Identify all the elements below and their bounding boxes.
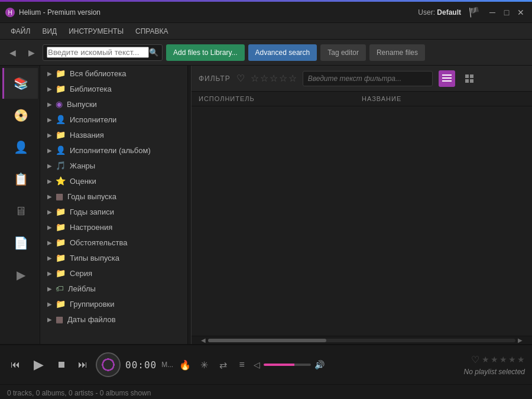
tree-item-label: Названия (70, 131, 104, 140)
filter-input[interactable] (303, 71, 433, 86)
horizontal-scrollbar[interactable]: ◀ ▶ (192, 336, 532, 344)
contacts-icon: 📋 (14, 172, 28, 186)
tag-editor-button[interactable]: Tag editor (320, 44, 366, 61)
vinyl-disc[interactable] (96, 352, 121, 377)
tree-arrow-icon: ▶ (47, 301, 52, 307)
scroll-left-arrow[interactable]: ◀ (199, 337, 208, 343)
tree-item[interactable]: ▶📁Группировки (40, 296, 187, 312)
tree-item-label: Лейблы (68, 284, 96, 293)
tree-folder-icon: 📁 (56, 253, 66, 262)
tree-item[interactable]: ▶👤Исполнители (40, 112, 187, 127)
tree-arrow-icon: ▶ (47, 270, 52, 277)
tree-item-label: Исполнители (альбом) (70, 146, 151, 155)
tree-arrow-icon: ▶ (47, 224, 52, 231)
menu-view[interactable]: ВИД (36, 25, 63, 38)
list-view-button[interactable] (439, 70, 455, 87)
star-3[interactable]: ☆ (270, 73, 278, 84)
tree-arrow-icon: ▶ (47, 147, 52, 154)
player-star-3[interactable]: ★ (499, 355, 507, 364)
sidebar-item-user[interactable]: 👤 (2, 132, 38, 163)
player-star-4[interactable]: ★ (508, 355, 516, 364)
tree-item[interactable]: ▶▦Годы выпуска (40, 189, 187, 204)
player-star-5[interactable]: ★ (517, 355, 525, 364)
sidebar-item-document[interactable]: 📄 (2, 228, 38, 258)
stop-button[interactable]: ⏹ (53, 356, 70, 373)
maximize-button[interactable]: □ (500, 6, 513, 19)
tree-item[interactable]: ▶🎵Жанры (40, 158, 187, 173)
menu-help[interactable]: СПРАВКА (129, 25, 174, 38)
app-icon: H (5, 7, 15, 18)
heart-icon[interactable]: ♡ (236, 73, 245, 84)
tree-item-label: Годы записи (70, 207, 114, 216)
play-button[interactable]: ▶ (28, 355, 48, 375)
star-2[interactable]: ☆ (260, 73, 268, 84)
minimize-button[interactable]: ─ (486, 6, 499, 19)
asterisk-icon[interactable]: ✳ (197, 358, 211, 372)
star-rating-filter[interactable]: ☆ ☆ ☆ ☆ ☆ (251, 73, 297, 84)
fire-icon[interactable]: 🔥 (178, 358, 192, 372)
svg-rect-8 (470, 79, 473, 83)
tree-item[interactable]: ▶📁Серия (40, 265, 187, 281)
tree-item[interactable]: ▶▦Даты файлов (40, 312, 187, 327)
scroll-track[interactable] (208, 339, 515, 342)
search-icon[interactable]: 🔍 (149, 48, 158, 57)
sidebar-item-monitor[interactable]: 🖥 (2, 196, 38, 226)
scroll-right-arrow[interactable]: ▶ (515, 337, 525, 343)
tree-item[interactable]: ▶📁Обстоятельства (40, 235, 187, 250)
close-button[interactable]: ✕ (514, 6, 527, 19)
volume-icon[interactable]: ◁ (254, 360, 260, 369)
sidebar-item-contacts[interactable]: 📋 (2, 164, 38, 194)
player-star-rating[interactable]: ★ ★ ★ ★ ★ (482, 355, 525, 364)
statusbar: 0 tracks, 0 albums, 0 artists - 0 albums… (0, 384, 532, 399)
advanced-search-button[interactable]: Advanced search (248, 44, 317, 61)
tree-arrow-icon: ▶ (47, 209, 52, 215)
tree-item[interactable]: ▶📁Библиотека (40, 81, 187, 96)
svg-rect-6 (470, 74, 473, 78)
tree-item[interactable]: ▶📁Вся библиотека (40, 66, 187, 81)
star-4[interactable]: ☆ (279, 73, 287, 84)
tree-item[interactable]: ▶🏷Лейблы (40, 281, 187, 296)
volume-slider[interactable] (264, 364, 311, 366)
tree-item[interactable]: ▶📁Настроения (40, 219, 187, 235)
menu-tools[interactable]: ИНСТРУМЕНТЫ (63, 25, 129, 38)
tree-item-label: Библиотека (70, 85, 112, 93)
sidebar-item-video[interactable]: ▶ (2, 259, 38, 290)
prev-track-button[interactable]: ⏮ (7, 356, 24, 373)
add-files-button[interactable]: Add files to Library... (166, 44, 245, 61)
tree-item-label: Жанры (70, 161, 95, 170)
tree-arrow-icon: ▶ (47, 86, 52, 92)
tree-label-icon: 🏷 (56, 284, 64, 293)
speaker-icon[interactable]: 🔊 (314, 360, 325, 369)
artist-column-header: ИСПОЛНИТЕЛЬ (199, 95, 362, 102)
next-track-button[interactable]: ⏭ (74, 356, 91, 373)
star-1[interactable]: ☆ (251, 73, 259, 84)
tree-item[interactable]: ▶👤Исполнители (альбом) (40, 142, 187, 158)
shuffle-icon[interactable]: ⇄ (216, 358, 230, 372)
sidebar-icons: 📚 📀 👤 📋 🖥 📄 ▶ (0, 66, 40, 344)
tree-item[interactable]: ▶📁Типы выпуска (40, 250, 187, 265)
player-star-1[interactable]: ★ (482, 355, 489, 364)
queue-icon[interactable]: ≡ (235, 358, 249, 372)
tree-panel[interactable]: ▶📁Вся библиотека▶📁Библиотека▶◉Выпуски▶👤И… (40, 66, 188, 344)
sidebar-item-radio[interactable]: 📀 (2, 100, 38, 131)
tree-item[interactable]: ▶◉Выпуски (40, 96, 187, 112)
menubar: ФАЙЛ ВИД ИНСТРУМЕНТЫ СПРАВКА (0, 23, 532, 40)
heart-player-icon[interactable]: ♡ (471, 354, 479, 365)
forward-button[interactable]: ▶ (24, 45, 39, 60)
menu-file[interactable]: ФАЙЛ (5, 25, 36, 38)
scroll-thumb[interactable] (208, 339, 326, 342)
tree-arrow-icon: ▶ (47, 239, 52, 246)
tree-arrow-icon: ▶ (47, 163, 52, 169)
svg-rect-5 (465, 74, 469, 78)
rename-files-button[interactable]: Rename files (369, 44, 425, 61)
back-button[interactable]: ◀ (5, 45, 20, 60)
grid-view-button[interactable] (461, 70, 478, 87)
search-input[interactable] (47, 47, 149, 58)
flag-icon[interactable]: 🏴 (468, 7, 480, 18)
star-5[interactable]: ☆ (288, 73, 297, 84)
player-star-2[interactable]: ★ (491, 355, 498, 364)
tree-item[interactable]: ▶📁Годы записи (40, 204, 187, 219)
sidebar-item-library[interactable]: 📚 (2, 68, 38, 99)
tree-item[interactable]: ▶📁Названия (40, 127, 187, 142)
tree-item[interactable]: ▶⭐Оценки (40, 173, 187, 189)
